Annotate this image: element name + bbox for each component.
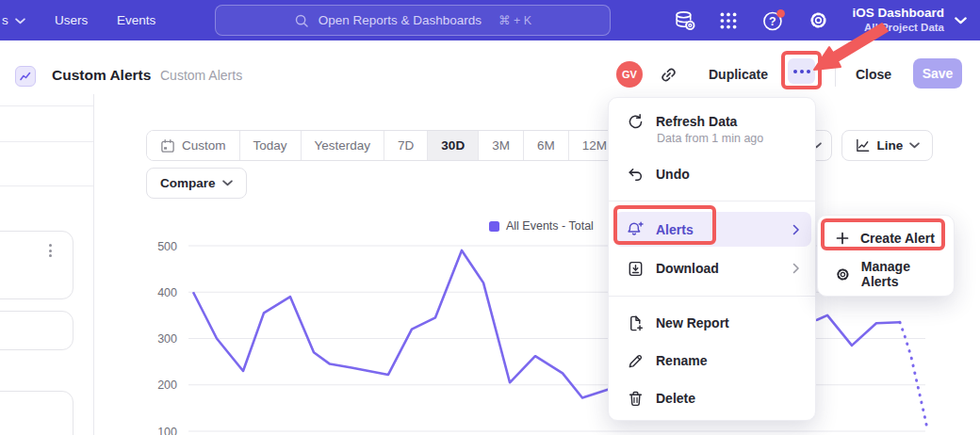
- submenu-label: Create Alert: [860, 231, 935, 246]
- range-label: 3M: [492, 138, 510, 153]
- nav-item-truncated[interactable]: s: [2, 12, 8, 28]
- trash-icon: [627, 390, 645, 408]
- more-options-button[interactable]: [788, 58, 815, 84]
- sidebar-divider: [0, 141, 93, 142]
- chart-type-label: Line: [877, 138, 904, 153]
- avatar[interactable]: GV: [616, 61, 643, 88]
- range-yesterday[interactable]: Yesterday: [301, 131, 384, 160]
- share-link-icon[interactable]: [659, 65, 678, 85]
- line-chart-type-icon: [855, 137, 871, 153]
- sidebar-divider: [0, 185, 93, 186]
- refresh-data-sublabel: Data from 1 min ago: [657, 132, 763, 145]
- top-nav-bar: s Users Events Open Reports & Dashboards…: [0, 0, 980, 40]
- menu-divider: [609, 201, 817, 201]
- apps-grid-icon[interactable]: [718, 10, 739, 31]
- range-label: 7D: [398, 138, 414, 153]
- svg-text:500: 500: [157, 240, 177, 253]
- header-divider: [835, 59, 836, 87]
- report-card[interactable]: [0, 391, 74, 435]
- menu-item-rename[interactable]: Rename: [614, 345, 811, 377]
- app-root: s Users Events Open Reports & Dashboards…: [0, 0, 980, 435]
- project-selector[interactable]: iOS Dashboard All Project Data: [822, 6, 944, 34]
- pencil-icon: [627, 352, 645, 370]
- search-input[interactable]: Open Reports & Dashboards ⌘ + K: [215, 5, 611, 36]
- range-30d-active[interactable]: 30D: [427, 131, 478, 160]
- menu-item-delete[interactable]: Delete: [614, 382, 811, 414]
- chevron-down-icon: [222, 180, 233, 186]
- submenu-label: Manage Alerts: [861, 259, 950, 289]
- sidebar-divider: [0, 105, 93, 106]
- search-icon: [294, 13, 309, 28]
- compare-button[interactable]: Compare: [146, 168, 247, 199]
- range-custom[interactable]: Custom: [147, 131, 239, 160]
- refresh-icon: [627, 113, 645, 131]
- range-label: Today: [253, 138, 287, 153]
- legend-item[interactable]: All Events - Total: [489, 219, 594, 233]
- menu-label: Delete: [656, 391, 695, 406]
- chevron-down-icon: [15, 18, 25, 24]
- range-label: 30D: [441, 138, 465, 153]
- search-shortcut: ⌘ + K: [498, 13, 531, 27]
- report-card[interactable]: [0, 311, 74, 350]
- duplicate-button[interactable]: Duplicate: [709, 67, 768, 82]
- new-report-icon: [627, 314, 645, 332]
- menu-divider: [609, 296, 817, 297]
- nav-item-events[interactable]: Events: [117, 12, 155, 28]
- bell-plus-icon: [627, 220, 645, 238]
- menu-item-download[interactable]: Download: [614, 251, 811, 285]
- plus-icon: [835, 231, 850, 246]
- save-button[interactable]: Save: [913, 58, 962, 89]
- menu-label: Rename: [656, 353, 707, 368]
- compare-label: Compare: [160, 176, 216, 190]
- dashboard-sidebar: [0, 94, 94, 435]
- menu-item-undo[interactable]: Undo ⌘ Z: [614, 160, 811, 188]
- svg-text:200: 200: [157, 379, 177, 392]
- date-range-selector: Custom Today Yesterday 7D 30D 3M 6M 12M: [146, 130, 621, 161]
- chevron-down-icon: [909, 142, 920, 149]
- range-3m[interactable]: 3M: [478, 131, 523, 160]
- report-card[interactable]: [0, 231, 74, 299]
- menu-label: Download: [656, 261, 719, 276]
- svg-text:300: 300: [157, 332, 177, 346]
- legend-label: All Events - Total: [506, 219, 594, 233]
- chevron-right-icon: [792, 224, 800, 235]
- range-7d[interactable]: 7D: [384, 131, 427, 160]
- data-management-icon[interactable]: [673, 8, 696, 32]
- notification-dot: [776, 9, 785, 18]
- breadcrumb[interactable]: Custom Alerts: [160, 68, 242, 83]
- nav-item-users[interactable]: Users: [55, 12, 88, 28]
- chevron-down-icon: [955, 17, 967, 24]
- undo-icon: [627, 166, 645, 184]
- chart-type-button[interactable]: Line: [841, 130, 933, 161]
- range-label: 12M: [582, 138, 607, 153]
- project-scope: All Project Data: [822, 21, 944, 34]
- report-type-icon: [15, 66, 36, 87]
- download-icon: [627, 260, 645, 278]
- range-custom-label: Custom: [182, 138, 226, 153]
- menu-item-new-report[interactable]: New Report: [614, 307, 811, 339]
- submenu-item-create-alert[interactable]: Create Alert: [824, 223, 950, 253]
- project-name: iOS Dashboard: [822, 6, 944, 21]
- calendar-icon: [160, 138, 175, 153]
- menu-item-alerts[interactable]: Alerts: [614, 212, 811, 247]
- range-today[interactable]: Today: [239, 131, 301, 160]
- submenu-item-manage-alerts[interactable]: Manage Alerts: [824, 259, 950, 289]
- close-button[interactable]: Close: [856, 67, 891, 82]
- alerts-submenu: Create Alert Manage Alerts: [817, 215, 955, 297]
- menu-label: Alerts: [656, 222, 694, 237]
- card-kebab-menu-icon[interactable]: [49, 244, 52, 257]
- menu-label: Refresh Data: [656, 114, 737, 129]
- search-placeholder: Open Reports & Dashboards: [318, 13, 482, 27]
- mini-chart-icon: [19, 70, 32, 83]
- help-icon[interactable]: ?: [761, 8, 786, 33]
- legend-swatch: [489, 221, 499, 232]
- more-options-menu: Refresh Data Data from 1 min ago Undo ⌘ …: [608, 97, 816, 421]
- range-label: Yesterday: [315, 138, 371, 153]
- svg-text:?: ?: [769, 15, 776, 28]
- range-6m[interactable]: 6M: [523, 131, 568, 160]
- menu-label: Undo: [656, 167, 690, 182]
- gear-icon: [835, 266, 851, 282]
- range-label: 6M: [537, 138, 555, 153]
- chevron-right-icon: [792, 263, 800, 274]
- menu-label: New Report: [656, 315, 729, 330]
